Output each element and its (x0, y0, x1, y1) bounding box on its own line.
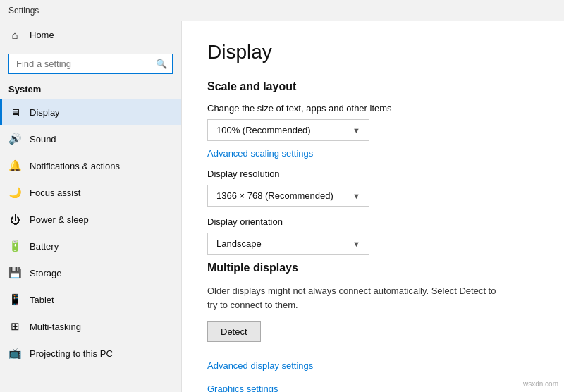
nav-label-notifications: Notifications & actions (30, 161, 120, 171)
nav-label-projecting: Projecting to this PC (30, 348, 113, 359)
size-dropdown-arrow: ▼ (352, 126, 360, 135)
title-bar-label: Settings (8, 6, 39, 16)
resolution-label: Display resolution (207, 169, 539, 179)
home-icon: ⌂ (8, 28, 21, 41)
orientation-dropdown-value: Landscape (216, 238, 262, 249)
advanced-display-link[interactable]: Advanced display settings (207, 360, 313, 371)
search-input[interactable] (8, 54, 173, 74)
nav-label-multitasking: Multi-tasking (30, 321, 81, 332)
nav-label-battery: Battery (30, 241, 59, 252)
search-icon: 🔍 (156, 59, 167, 69)
nav-label-power: Power & sleep (30, 214, 89, 225)
system-label: System (0, 81, 181, 99)
display-icon: 🖥 (8, 106, 21, 118)
sidebar-item-storage[interactable]: 💾 Storage (0, 259, 181, 286)
sidebar-item-display[interactable]: 🖥 Display (0, 99, 181, 125)
advanced-scaling-link[interactable]: Advanced scaling settings (207, 148, 313, 159)
size-dropdown-value: 100% (Recommended) (216, 125, 311, 135)
orientation-label: Display orientation (207, 216, 539, 227)
watermark: wsxdn.com (523, 380, 558, 388)
power-icon: ⏻ (8, 213, 21, 226)
nav-label-display: Display (30, 107, 60, 118)
scale-section: Scale and layout Change the size of text… (207, 80, 539, 255)
size-label: Change the size of text, apps and other … (207, 103, 539, 114)
main-content: Display Scale and layout Change the size… (182, 21, 564, 392)
size-dropdown[interactable]: 100% (Recommended) ▼ (207, 119, 369, 141)
orientation-dropdown-arrow: ▼ (352, 240, 360, 248)
multiple-displays-description: Older displays might not always connect … (207, 284, 503, 312)
sidebar-item-notifications[interactable]: 🔔 Notifications & actions (0, 152, 181, 179)
app-body: ⌂ Home 🔍 System 🖥 Display 🔊 Sound 🔔 Noti… (0, 21, 564, 392)
nav-label-focus: Focus assist (30, 188, 80, 198)
sidebar-item-sound[interactable]: 🔊 Sound (0, 125, 181, 152)
storage-icon: 💾 (8, 267, 21, 279)
sidebar-item-power[interactable]: ⏻ Power & sleep (0, 206, 181, 233)
projecting-icon: 📺 (8, 347, 21, 360)
resolution-dropdown-value: 1366 × 768 (Recommended) (216, 190, 333, 201)
sidebar-item-multitasking[interactable]: ⊞ Multi-tasking (0, 313, 181, 340)
multiple-displays-section: Multiple displays Older displays might n… (207, 262, 539, 392)
page-title: Display (207, 41, 539, 63)
nav-label-tablet: Tablet (30, 295, 54, 305)
focus-icon: 🌙 (8, 186, 21, 199)
multiple-displays-title: Multiple displays (207, 262, 539, 274)
orientation-dropdown[interactable]: Landscape ▼ (207, 233, 369, 255)
sound-icon: 🔊 (8, 133, 21, 145)
resolution-dropdown-arrow: ▼ (352, 192, 360, 200)
home-label: Home (30, 30, 54, 40)
sidebar-item-focus[interactable]: 🌙 Focus assist (0, 179, 181, 206)
nav-label-storage: Storage (30, 268, 62, 278)
title-bar: Settings (0, 0, 564, 21)
sidebar-item-battery[interactable]: 🔋 Battery (0, 233, 181, 259)
tablet-icon: 📱 (8, 293, 21, 306)
sidebar-item-projecting[interactable]: 📺 Projecting to this PC (0, 340, 181, 367)
graphics-settings-link[interactable]: Graphics settings (207, 384, 278, 392)
search-box: 🔍 (8, 54, 173, 74)
scale-section-title: Scale and layout (207, 80, 539, 93)
nav-label-sound: Sound (30, 134, 56, 145)
battery-icon: 🔋 (8, 240, 21, 252)
sidebar: ⌂ Home 🔍 System 🖥 Display 🔊 Sound 🔔 Noti… (0, 21, 182, 392)
notifications-icon: 🔔 (8, 159, 21, 172)
detect-button[interactable]: Detect (207, 321, 261, 342)
resolution-dropdown[interactable]: 1366 × 768 (Recommended) ▼ (207, 185, 369, 207)
sidebar-item-tablet[interactable]: 📱 Tablet (0, 286, 181, 313)
sidebar-item-home[interactable]: ⌂ Home (0, 21, 181, 48)
multitasking-icon: ⊞ (8, 320, 21, 333)
